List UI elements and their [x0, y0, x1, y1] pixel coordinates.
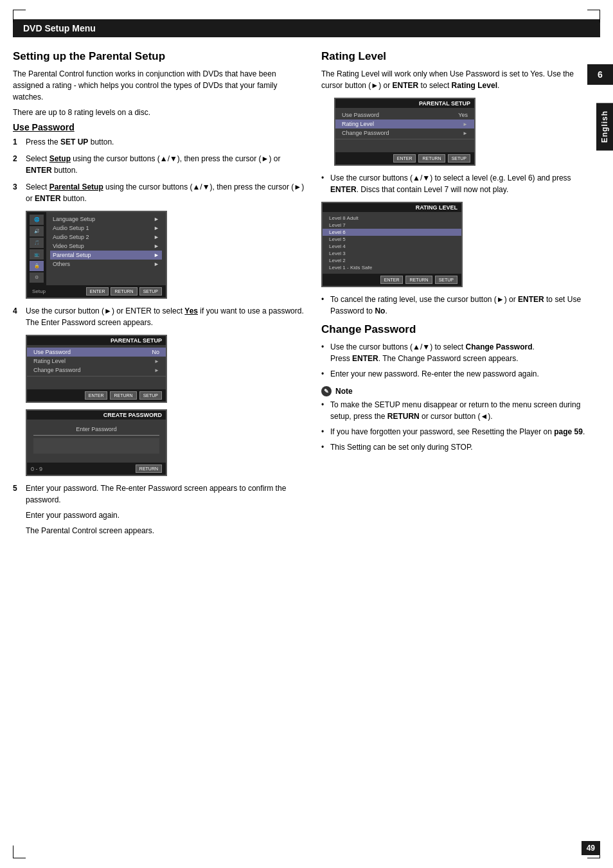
menu-lang: Language Setup► — [50, 215, 162, 224]
step-2-text: Select Setup using the cursor buttons (▲… — [26, 153, 308, 176]
content-area: Setting up the Parental Setup The Parent… — [13, 50, 600, 545]
parental-setup-screen-1: PARENTAL SETUP Use PasswordNo Rating Lev… — [26, 335, 167, 403]
level-6: Level 6 — [323, 229, 461, 236]
intro-text: The Parental Control function works in c… — [13, 68, 308, 103]
step-list-4: 4 Use the cursor button (►) or ENTER to … — [13, 305, 308, 328]
parental-footer-1: ENTER RETURN SETUP — [27, 389, 166, 402]
footer-enter-1: ENTER — [85, 391, 108, 400]
rating-level-title: Rating Level — [321, 50, 591, 63]
left-column: Setting up the Parental Setup The Parent… — [13, 50, 308, 545]
step-4-num: 4 — [13, 305, 21, 328]
change-password-bullet-2: Enter your new password. Re-enter the ne… — [321, 368, 591, 380]
level-2: Level 2 — [323, 257, 461, 264]
note-title: ✎ Note — [321, 386, 591, 396]
note-bullets: To make the SETUP menu disappear or retu… — [321, 399, 591, 453]
footer-setup-r: SETUP — [435, 276, 458, 284]
create-password-screen: CREATE PASSWORD Enter Password 0 - 9 RET… — [26, 409, 167, 476]
parental-content-2: Use PasswordYes Rating Level► Change Pas… — [335, 108, 474, 152]
footer-setup-1: SETUP — [139, 391, 162, 400]
setup-menu-mockup: 🌐 🔊 🎵 📺 🔒 ⚙ Language Setup► Audio Setup … — [26, 211, 167, 299]
menu-video: Video Setup► — [50, 242, 162, 251]
footer-return-2: RETURN — [418, 154, 445, 163]
level-8: Level 8 Adult — [323, 215, 461, 222]
level-1: Level 1 - Kids Safe — [323, 264, 461, 271]
note-box: ✎ Note To make the SETUP menu disappear … — [321, 386, 591, 453]
menu-others: Others► — [50, 260, 162, 269]
screen-btn-setup: SETUP — [139, 287, 162, 296]
intro-text2: There are up to 8 rating levels on a dis… — [13, 107, 308, 118]
english-tab: English — [596, 103, 613, 150]
icon-lang: 🌐 — [30, 215, 44, 225]
footer-enter-r: ENTER — [380, 276, 404, 284]
corner-mark-tl — [13, 10, 26, 22]
menu-audio2: Audio Setup 2► — [50, 233, 162, 242]
row-rating-level-hl: Rating Level► — [335, 120, 474, 128]
create-password-footer: 0 - 9 RETURN — [27, 463, 166, 475]
parental-footer-2: ENTER RETURN SETUP — [335, 152, 474, 164]
step-1: 1 Press the SET UP button. — [13, 136, 308, 148]
note-bullet-1: To make the SETUP menu disappear or retu… — [321, 399, 591, 422]
row-rating-level-empty: Rating Level► — [27, 357, 166, 366]
rating-bullet-1: Use the cursor buttons (▲/▼) to select a… — [321, 172, 591, 195]
password-enter-area: Enter Password — [27, 420, 166, 463]
step-5-content: Enter your password. The Re-enter Passwo… — [26, 483, 308, 540]
row-use-password-no: Use PasswordNo — [27, 348, 166, 357]
right-column: Rating Level The Rating Level will work … — [321, 50, 591, 545]
note-bullet-2: If you have forgotten your password, see… — [321, 426, 591, 438]
corner-mark-bl — [13, 846, 26, 858]
corner-mark-tr — [587, 10, 600, 22]
rating-bullet-2: To cancel the rating level, use the curs… — [321, 294, 591, 317]
rating-level-screen: RATING LEVEL Level 8 Adult Level 7 Level… — [321, 202, 463, 287]
note-bullet-3: This Setting can be set only during STOP… — [321, 441, 591, 453]
use-password-title: Use Password — [13, 122, 308, 132]
icon-video: 📺 — [30, 249, 44, 260]
note-icon: ✎ — [321, 386, 332, 396]
screen-btn-return: RETURN — [111, 287, 137, 296]
step-3-text: Select Parental Setup using the cursor b… — [26, 181, 308, 204]
section-title: Setting up the Parental Setup — [13, 50, 308, 63]
header-bar: DVD Setup Menu — [13, 19, 600, 37]
step-5-extra1: Enter your password again. — [26, 509, 308, 521]
header-title: DVD Setup Menu — [23, 23, 96, 33]
footer-setup-2: SETUP — [448, 154, 470, 163]
parental-setup-screen-2: PARENTAL SETUP Use PasswordYes Rating Le… — [334, 98, 475, 166]
step-1-num: 1 — [13, 136, 21, 148]
step-4-text: Use the cursor button (►) or ENTER to se… — [26, 305, 308, 328]
change-password-title: Change Password — [321, 323, 591, 336]
parental-content-1: Use PasswordNo Rating Level► Change Pass… — [27, 345, 166, 389]
step-3: 3 Select Parental Setup using the cursor… — [13, 181, 308, 204]
step-2-num: 2 — [13, 153, 21, 176]
setup-menu-content: 🌐 🔊 🎵 📺 🔒 ⚙ Language Setup► Audio Setup … — [27, 212, 166, 285]
enter-password-label: Enter Password — [33, 426, 159, 436]
step-list: 1 Press the SET UP button. 2 Select Setu… — [13, 136, 308, 204]
step-5-text: Enter your password. The Re-enter Passwo… — [26, 483, 308, 506]
step-5: 5 Enter your password. The Re-enter Pass… — [13, 483, 308, 540]
row-use-password-yes: Use PasswordYes — [335, 111, 474, 120]
rating-cancel-bullet: To cancel the rating level, use the curs… — [321, 294, 591, 317]
row-change-password-2: Change Password► — [335, 128, 474, 137]
change-password-bullets: Use the cursor buttons (▲/▼) to select C… — [321, 341, 591, 380]
change-password-bullet-1: Use the cursor buttons (▲/▼) to select C… — [321, 341, 591, 364]
footer-return-r: RETURN — [405, 276, 432, 284]
screen-btn-enter: ENTER — [86, 287, 109, 296]
icon-audio2: 🎵 — [30, 238, 44, 248]
setup-items-col: Language Setup► Audio Setup 1► Audio Set… — [46, 212, 166, 285]
step-4: 4 Use the cursor button (►) or ENTER to … — [13, 305, 308, 328]
footer-return-1: RETURN — [110, 391, 136, 400]
menu-parental: Parental Setup► — [50, 251, 162, 260]
rating-list: Level 8 Adult Level 7 Level 6 Level 5 Le… — [323, 212, 461, 274]
step-1-text: Press the SET UP button. — [26, 136, 114, 148]
footer-enter-2: ENTER — [393, 154, 416, 163]
row-change-password-empty: Change Password► — [27, 366, 166, 375]
menu-audio1: Audio Setup 1► — [50, 224, 162, 233]
page-container: DVD Setup Menu 6 English Setting up the … — [0, 0, 613, 868]
rating-level-intro: The Rating Level will work only when Use… — [321, 68, 591, 91]
parental-title-1: PARENTAL SETUP — [27, 336, 166, 345]
setup-icons-col: 🌐 🔊 🎵 📺 🔒 ⚙ — [27, 212, 46, 285]
rating-title: RATING LEVEL — [323, 203, 461, 212]
step-5-extra2: The Parental Control screen appears. — [26, 525, 308, 536]
icon-others: ⚙ — [30, 272, 44, 283]
page-number: 6 — [598, 69, 603, 80]
level-5: Level 5 — [323, 236, 461, 243]
level-7: Level 7 — [323, 222, 461, 229]
